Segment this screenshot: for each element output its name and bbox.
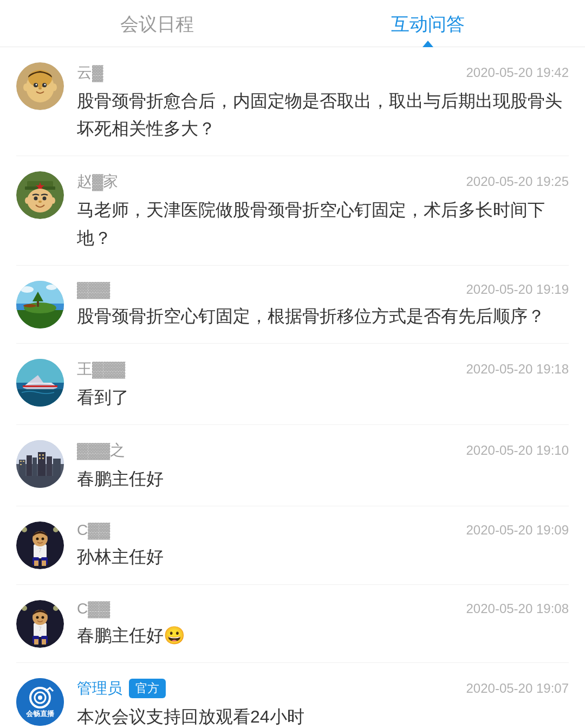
timestamp: 2020-05-20 19:42 [466,65,569,80]
svg-rect-67 [42,561,46,566]
username-area: 王▓▓▓ [77,359,125,379]
svg-rect-48 [53,459,61,476]
avatar [16,359,64,407]
svg-point-83 [16,678,64,726]
message-content: 云▓ 2020-05-20 19:42 股骨颈骨折愈合后，内固定物是否取出，取出… [77,62,569,143]
username-area: C▓▓ [77,521,110,539]
message-content: 赵▓家 2020-05-20 19:25 马老师，天津医院做股骨颈骨折空心钉固定… [77,171,569,252]
svg-point-68 [22,527,27,532]
message-header: C▓▓ 2020-05-20 19:09 [77,521,569,539]
username-area: 赵▓家 [77,171,118,192]
timestamp: 2020-05-20 19:10 [466,443,569,458]
timestamp: 2020-05-20 19:09 [466,523,569,538]
svg-point-16 [43,197,47,201]
tab-bar: 会议日程 互动问答 [0,0,585,47]
avatar [16,171,64,219]
svg-rect-51 [20,464,22,465]
svg-text:7: 7 [38,547,42,553]
svg-point-28 [21,286,34,293]
message-text: 股骨颈骨折空心钉固定，根据骨折移位方式是否有先后顺序？ [77,302,569,330]
svg-point-18 [25,197,29,204]
username: 云▓ [77,62,103,83]
svg-rect-66 [34,561,38,566]
svg-point-9 [51,83,57,91]
svg-rect-80 [42,639,46,645]
svg-rect-79 [34,639,38,645]
list-item: 赵▓家 2020-05-20 19:25 马老师，天津医院做股骨颈骨折空心钉固定… [16,156,569,265]
message-header: 赵▓家 2020-05-20 19:25 [77,171,569,192]
username-area: ▓▓▓ [77,281,110,298]
svg-point-19 [51,197,55,204]
username: ▓▓▓ [77,281,110,298]
message-text: 春鹏主任好😀 [77,622,569,649]
svg-rect-45 [32,458,37,476]
message-content: 管理员 官方 2020-05-20 19:07 本次会议支持回放观看24小时 [77,678,569,728]
message-text: 看到了 [77,384,569,411]
svg-rect-43 [19,460,25,476]
svg-text:会畅直播: 会畅直播 [25,710,55,718]
official-badge: 官方 [129,679,166,698]
message-header: 云▓ 2020-05-20 19:42 [77,62,569,83]
svg-rect-49 [20,461,22,462]
timestamp: 2020-05-20 19:08 [466,601,569,616]
svg-point-63 [42,538,44,540]
message-content: ▓▓▓ 2020-05-20 19:19 股骨颈骨折空心钉固定，根据骨折移位方式… [77,281,569,330]
svg-rect-52 [39,454,41,456]
message-content: C▓▓ 2020-05-20 19:08 春鹏主任好😀 [77,600,569,649]
message-header: 管理员 官方 2020-05-20 19:07 [77,678,569,699]
list-item: ▓▓▓ 2020-05-20 19:19 股骨颈骨折空心钉固定，根据骨折移位方式… [16,266,569,344]
avatar [16,62,64,110]
svg-rect-38 [23,385,57,387]
timestamp: 2020-05-20 19:07 [466,681,569,696]
svg-point-82 [53,605,58,611]
username-area: ▓▓▓之 [77,440,125,461]
message-list: 云▓ 2020-05-20 19:42 股骨颈骨折愈合后，内固定物是否取出，取出… [0,47,585,728]
tab-schedule-label: 会议日程 [120,14,194,34]
username: 赵▓家 [77,171,118,192]
timestamp: 2020-05-20 19:18 [466,362,569,377]
timestamp: 2020-05-20 19:25 [466,174,569,189]
svg-point-69 [53,527,58,532]
list-item: 7 [16,506,569,584]
svg-point-62 [36,538,39,540]
svg-point-27 [23,304,36,307]
username: 管理员 [77,678,122,699]
svg-point-17 [38,201,42,203]
list-item: 会畅直播 管理员 官方 2020-05-20 19:07 本次会议支持回放观看2… [16,663,569,728]
svg-point-6 [44,84,46,86]
username-area: 云▓ [77,62,103,83]
svg-point-7 [38,87,42,89]
avatar: 7 [16,600,64,648]
svg-point-24 [24,302,56,313]
svg-rect-53 [42,454,44,456]
message-header: 王▓▓▓ 2020-05-20 19:18 [77,359,569,379]
svg-point-15 [34,197,38,201]
message-header: ▓▓▓之 2020-05-20 19:10 [77,440,569,461]
svg-point-76 [42,616,44,619]
list-item: 王▓▓▓ 2020-05-20 19:18 看到了 [16,344,569,425]
tab-qa[interactable]: 互动问答 [292,0,563,47]
username: C▓▓ [77,600,110,617]
svg-rect-47 [47,456,52,476]
message-text: 本次会议支持回放观看24小时 [77,703,569,728]
svg-point-86 [38,695,42,700]
tab-qa-label: 互动问答 [391,14,465,34]
svg-point-75 [36,616,39,619]
avatar: 会畅直播 [16,678,64,726]
svg-rect-50 [23,461,24,462]
tab-schedule[interactable]: 会议日程 [22,0,292,47]
list-item: 云▓ 2020-05-20 19:42 股骨颈骨折愈合后，内固定物是否取出，取出… [16,47,569,156]
message-header: C▓▓ 2020-05-20 19:08 [77,600,569,617]
timestamp: 2020-05-20 19:19 [466,282,569,297]
message-content: C▓▓ 2020-05-20 19:09 孙林主任好 [77,521,569,571]
list-item: ▓▓▓之 2020-05-20 19:10 春鹏主任好 [16,425,569,506]
svg-point-5 [36,84,37,86]
message-content: ▓▓▓之 2020-05-20 19:10 春鹏主任好 [77,440,569,493]
message-content: 王▓▓▓ 2020-05-20 19:18 看到了 [77,359,569,411]
message-text: 马老师，天津医院做股骨颈骨折空心钉固定，术后多长时间下地？ [77,196,569,252]
username: ▓▓▓之 [77,440,125,461]
username-area: 管理员 官方 [77,678,166,699]
message-header: ▓▓▓ 2020-05-20 19:19 [77,281,569,298]
svg-text:7: 7 [38,626,42,632]
list-item: 7 C▓▓ 2020-05-20 19:08 春鹏主任好 [16,585,569,663]
